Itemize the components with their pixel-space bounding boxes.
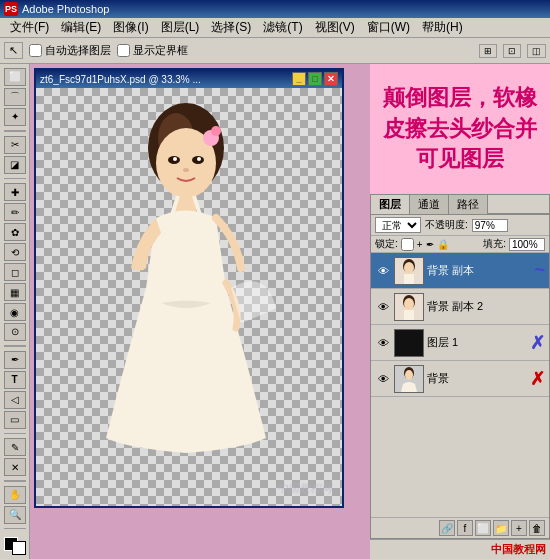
tool-separator-1 <box>4 130 26 132</box>
tool-brush[interactable]: ✏ <box>4 203 26 221</box>
transform-btn-3[interactable]: ◫ <box>527 44 546 58</box>
tool-crop[interactable]: ✂ <box>4 136 26 154</box>
layer-visibility-3[interactable]: 👁 <box>375 335 391 351</box>
menu-select[interactable]: 选择(S) <box>205 18 257 37</box>
show-bounds-label: 显示定界框 <box>133 43 188 58</box>
tool-path-select[interactable]: ◁ <box>4 391 26 409</box>
layer-thumbnail-2 <box>394 293 424 321</box>
auto-select-checkbox-label: 自动选择图层 <box>29 43 111 58</box>
maximize-button[interactable]: □ <box>308 72 322 86</box>
layer-delete-btn[interactable]: 🗑 <box>529 520 545 536</box>
transform-btn-2[interactable]: ⊡ <box>503 44 521 58</box>
color-swatch[interactable] <box>4 537 26 555</box>
tool-lasso[interactable]: ⌒ <box>4 88 26 106</box>
bottom-bar: 中国教程网 <box>370 539 550 559</box>
options-toolbar: ↖ 自动选择图层 显示定界框 ⊞ ⊡ ◫ <box>0 38 550 64</box>
menu-edit[interactable]: 编辑(E) <box>55 18 107 37</box>
svg-point-9 <box>197 157 201 161</box>
tool-clone[interactable]: ✿ <box>4 223 26 241</box>
tool-eraser[interactable]: ◻ <box>4 263 26 281</box>
layer-name-4: 背景 <box>427 371 527 386</box>
tool-wand[interactable]: ✦ <box>4 108 26 126</box>
tool-marquee[interactable]: ⬜ <box>4 68 26 86</box>
layers-tabs: 图层 通道 路径 <box>371 195 549 215</box>
lock-transparent-checkbox[interactable] <box>401 238 414 251</box>
tool-slice[interactable]: ◪ <box>4 156 26 174</box>
app-titlebar: PS Adobe Photoshop <box>0 0 550 18</box>
layers-controls: 正常 不透明度: <box>371 215 549 236</box>
svg-rect-16 <box>404 310 414 320</box>
tool-text[interactable]: T <box>4 371 26 389</box>
instruction-area: 颠倒图层，软橡皮擦去头纱合并可见图层 <box>370 64 550 194</box>
layer-mask-btn[interactable]: ⬜ <box>475 520 491 536</box>
tool-separator-6 <box>4 528 26 530</box>
transform-btn-1[interactable]: ⊞ <box>479 44 497 58</box>
layer-row-bg[interactable]: 👁 背景 ✗ <box>371 361 549 397</box>
menu-window[interactable]: 窗口(W) <box>361 18 416 37</box>
opacity-label: 不透明度: <box>425 218 468 232</box>
background-color[interactable] <box>12 541 26 555</box>
lock-icon-1: + <box>417 239 423 250</box>
layer-visibility-2[interactable]: 👁 <box>375 299 391 315</box>
tool-heal[interactable]: ✚ <box>4 183 26 201</box>
opacity-input[interactable] <box>472 219 508 232</box>
menu-image[interactable]: 图像(I) <box>107 18 154 37</box>
layer-annotation-3: ✗ <box>530 332 545 354</box>
svg-rect-13 <box>404 274 414 284</box>
doc-window: zt6_Fsc97d1PuhsX.psd @ 33.3% ... _ □ ✕ <box>34 68 344 508</box>
layer-group-btn[interactable]: 📁 <box>493 520 509 536</box>
layers-bottom-toolbar: 🔗 f ⬜ 📁 + 🗑 <box>371 517 549 538</box>
menu-filter[interactable]: 滤镜(T) <box>257 18 308 37</box>
tab-layers[interactable]: 图层 <box>371 195 410 214</box>
blend-mode-select[interactable]: 正常 <box>375 217 421 233</box>
layer-new-btn[interactable]: + <box>511 520 527 536</box>
layer-thumbnail-3 <box>394 329 424 357</box>
tool-blur[interactable]: ◉ <box>4 303 26 321</box>
doc-canvas: 中国教程网 <box>36 88 342 506</box>
main-area: ⬜ ⌒ ✦ ✂ ◪ ✚ ✏ ✿ ⟲ ◻ ▦ ◉ ⊙ ✒ T ◁ ▭ ✎ ✕ ✋ … <box>0 64 550 559</box>
menu-layer[interactable]: 图层(L) <box>155 18 206 37</box>
tool-separator-5 <box>4 480 26 482</box>
toolbox: ⬜ ⌒ ✦ ✂ ◪ ✚ ✏ ✿ ⟲ ◻ ▦ ◉ ⊙ ✒ T ◁ ▭ ✎ ✕ ✋ … <box>0 64 30 559</box>
svg-point-12 <box>404 262 414 274</box>
tool-notes[interactable]: ✎ <box>4 438 26 456</box>
menu-help[interactable]: 帮助(H) <box>416 18 469 37</box>
tool-select-btn[interactable]: ↖ <box>4 42 23 59</box>
auto-select-checkbox[interactable] <box>29 44 42 57</box>
menu-view[interactable]: 视图(V) <box>309 18 361 37</box>
layers-lock: 锁定: + ✒ 🔒 填充: <box>371 236 549 253</box>
tool-separator-2 <box>4 178 26 180</box>
menu-file[interactable]: 文件(F) <box>4 18 55 37</box>
tool-hand[interactable]: ✋ <box>4 486 26 504</box>
show-bounds-checkbox[interactable] <box>117 44 130 57</box>
layer-row-bg-copy[interactable]: 👁 背景 副本 ~ <box>371 253 549 289</box>
tab-paths[interactable]: 路径 <box>449 195 488 214</box>
layer-row-layer1[interactable]: 👁 图层 1 ✗ <box>371 325 549 361</box>
tool-zoom[interactable]: 🔍 <box>4 506 26 524</box>
right-panel: 颠倒图层，软橡皮擦去头纱合并可见图层 图层 通道 路径 正常 不透明度: 锁定: <box>370 64 550 559</box>
minimize-button[interactable]: _ <box>292 72 306 86</box>
instruction-text: 颠倒图层，软橡皮擦去头纱合并可见图层 <box>382 83 538 175</box>
layer-row-bg-copy2[interactable]: 👁 背景 副本 2 <box>371 289 549 325</box>
tool-dodge[interactable]: ⊙ <box>4 323 26 341</box>
tool-history[interactable]: ⟲ <box>4 243 26 261</box>
tool-shape[interactable]: ▭ <box>4 411 26 429</box>
canvas-area: zt6_Fsc97d1PuhsX.psd @ 33.3% ... _ □ ✕ <box>30 64 370 559</box>
close-button[interactable]: ✕ <box>324 72 338 86</box>
fill-input[interactable] <box>509 238 545 251</box>
tool-separator-3 <box>4 345 26 347</box>
layer-visibility-1[interactable]: 👁 <box>375 263 391 279</box>
layers-panel: 图层 通道 路径 正常 不透明度: 锁定: + ✒ 🔒 <box>370 194 550 539</box>
tool-eyedropper[interactable]: ✕ <box>4 458 26 476</box>
tool-pen[interactable]: ✒ <box>4 351 26 369</box>
layer-link-btn[interactable]: 🔗 <box>439 520 455 536</box>
layer-visibility-4[interactable]: 👁 <box>375 371 391 387</box>
lock-icon-3: 🔒 <box>437 239 449 250</box>
tab-channels[interactable]: 通道 <box>410 195 449 214</box>
layer-fx-btn[interactable]: f <box>457 520 473 536</box>
layers-list: 👁 背景 副本 ~ 👁 背景 副本 2 👁 <box>371 253 549 517</box>
svg-point-19 <box>405 370 413 380</box>
bride-svg <box>66 88 306 506</box>
tool-gradient[interactable]: ▦ <box>4 283 26 301</box>
doc-window-controls: _ □ ✕ <box>292 72 338 86</box>
